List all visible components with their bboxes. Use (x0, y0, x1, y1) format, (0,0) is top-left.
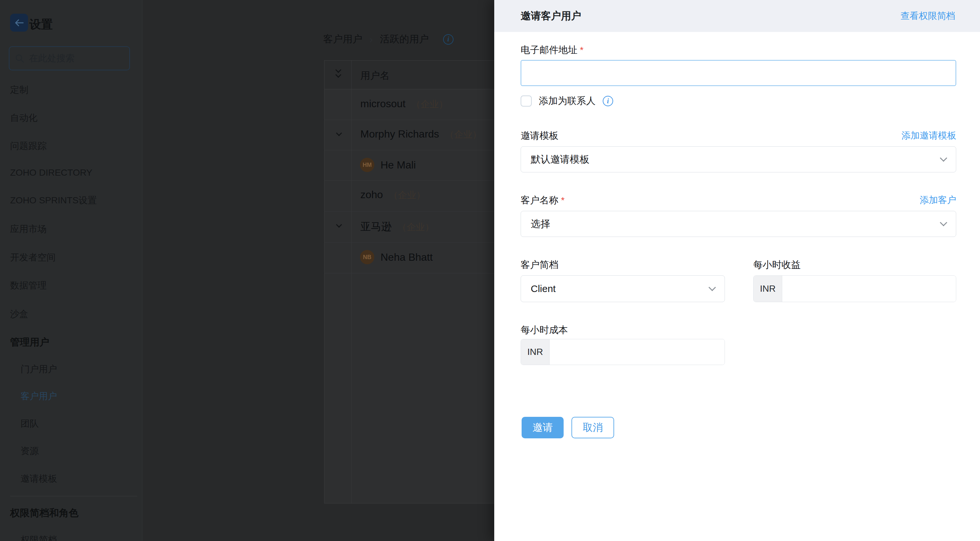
invite-button[interactable]: 邀请 (522, 417, 564, 438)
hourly-cost-label: 每小时成本 (520, 324, 568, 337)
company-name: 亚马逊 (360, 221, 391, 232)
company-type-suffix: （企业） (445, 129, 482, 140)
hourly-cost-input-group: INR (520, 339, 725, 365)
sidebar-item-issue-tracking[interactable]: 问题跟踪 (10, 140, 46, 152)
chevron-down-icon (940, 154, 947, 162)
company-name: zoho (360, 189, 383, 200)
app-canvas: 客户用户 › 活跃的用户 i 用户名 电子邮件地址 (0, 0, 980, 541)
hourly-revenue-input-group: INR (753, 275, 956, 302)
sidebar-item-sandbox[interactable]: 沙盒 (10, 308, 29, 320)
company-name: Morphy Richards (360, 128, 439, 140)
client-profile-select[interactable]: Client (520, 275, 725, 302)
invite-client-user-drawer: 邀请客户用户 查看权限简档 电子邮件地址* 添加为联系人 i 邀请模板 添加邀请… (494, 0, 980, 541)
email-label: 电子邮件地址* (520, 44, 584, 57)
sidebar-item-client-users[interactable]: 客户用户 (21, 390, 57, 403)
search-input[interactable] (29, 53, 117, 64)
add-as-contact-label: 添加为联系人 (539, 94, 595, 108)
sidebar-item-teams[interactable]: 团队 (21, 417, 39, 430)
sidebar-item-zoho-directory[interactable]: ZOHO DIRECTORY (10, 167, 92, 178)
add-as-contact-checkbox[interactable] (520, 95, 532, 107)
sidebar-item-automation[interactable]: 自动化 (10, 112, 37, 124)
cancel-button[interactable]: 取消 (571, 417, 614, 438)
company-type-suffix: （企业） (389, 190, 425, 200)
avatar: NB (360, 250, 374, 264)
sidebar-item-zoho-sprints[interactable]: ZOHO SPRINTS设置 (10, 194, 97, 207)
required-asterisk: * (580, 45, 584, 55)
currency-tag: INR (754, 276, 782, 302)
add-as-contact-row: 添加为联系人 i (520, 94, 613, 108)
chevron-down-icon (709, 284, 716, 291)
sidebar-item-resources[interactable]: 资源 (21, 445, 39, 457)
user-name: Neha Bhatt (380, 251, 433, 263)
info-icon[interactable]: i (603, 96, 613, 106)
column-header-username[interactable]: 用户名 (360, 69, 390, 83)
back-button[interactable] (10, 14, 28, 32)
sidebar-item-invite-templates[interactable]: 邀请模板 (21, 473, 57, 485)
sidebar-section-manage-users[interactable]: 管理用户 (10, 336, 49, 349)
chevron-down-icon[interactable] (337, 222, 341, 228)
sidebar-section-profiles-roles[interactable]: 权限简档和角色 (10, 506, 78, 520)
breadcrumb-parent[interactable]: 客户用户 (323, 33, 362, 46)
drawer-header: 邀请客户用户 查看权限简档 (494, 0, 980, 32)
company-type-suffix: （企业） (398, 222, 434, 232)
sidebar-item-data-management[interactable]: 数据管理 (10, 279, 46, 292)
breadcrumb-separator-icon: › (369, 34, 373, 45)
hourly-revenue-label: 每小时收益 (753, 258, 800, 272)
required-asterisk: * (561, 195, 565, 205)
chevron-down-icon (940, 219, 947, 226)
search-icon (15, 53, 24, 63)
currency-tag: INR (521, 339, 550, 365)
invite-template-value: 默认邀请模板 (531, 153, 589, 166)
company-name: microsout (360, 98, 406, 110)
client-profile-label: 客户简档 (520, 258, 558, 272)
invite-template-select[interactable]: 默认邀请模板 (520, 146, 956, 172)
sidebar-divider (10, 496, 137, 496)
company-type-suffix: （企业） (412, 99, 448, 109)
hourly-cost-field[interactable] (550, 339, 725, 365)
client-name-select[interactable]: 选择 (520, 211, 956, 237)
sidebar-item-customization[interactable]: 定制 (10, 84, 29, 96)
breadcrumb-current[interactable]: 活跃的用户 (380, 33, 429, 46)
client-name-label: 客户名称* (520, 194, 565, 207)
email-field[interactable] (520, 60, 956, 86)
view-permissions-link[interactable]: 查看权限简档 (900, 10, 955, 22)
sidebar-item-portal-users[interactable]: 门户用户 (21, 363, 57, 376)
invite-template-label: 邀请模板 (520, 129, 558, 142)
breadcrumb: 客户用户 › 活跃的用户 i (323, 33, 453, 46)
settings-sidebar: 设置 定制 自动化 问题跟踪 ZOHO DIRECTORY ZOHO SPRIN… (0, 0, 142, 541)
sidebar-item-developer-space[interactable]: 开发者空间 (10, 251, 56, 264)
sidebar-title: 设置 (29, 17, 53, 33)
add-invite-template-link[interactable]: 添加邀请模板 (902, 129, 956, 142)
client-name-value: 选择 (531, 217, 550, 231)
expand-all-icon[interactable] (336, 68, 340, 77)
arrow-left-icon (14, 19, 24, 27)
sidebar-item-marketplace[interactable]: 应用市场 (10, 223, 46, 235)
drawer-title: 邀请客户用户 (520, 9, 581, 23)
hourly-revenue-field[interactable] (782, 276, 956, 302)
sidebar-item-profiles[interactable]: 权限简档 (21, 534, 57, 541)
add-client-link[interactable]: 添加客户 (920, 194, 956, 206)
info-icon[interactable]: i (443, 34, 453, 45)
chevron-down-icon[interactable] (337, 131, 341, 137)
client-profile-value: Client (531, 283, 556, 294)
avatar: HM (360, 158, 374, 172)
user-name: He Mali (380, 159, 416, 171)
sidebar-search[interactable] (9, 46, 130, 70)
